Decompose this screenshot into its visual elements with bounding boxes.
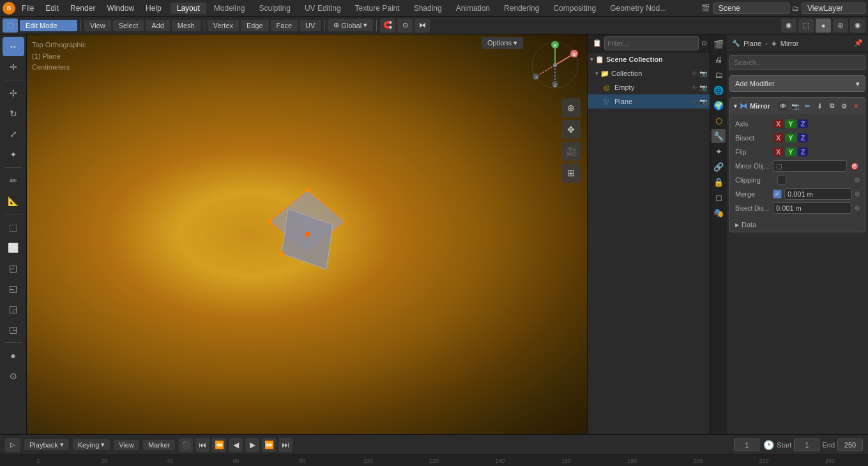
smooth-btn[interactable]: ● <box>3 346 24 365</box>
tab-object-props[interactable]: ⬡ <box>712 114 726 128</box>
vertex-menu[interactable]: Vertex <box>208 20 239 31</box>
tab-compositing[interactable]: Compositing <box>547 3 602 14</box>
axis-y-btn[interactable]: Y <box>785 119 796 128</box>
merge-checkbox[interactable] <box>773 190 782 199</box>
add-modifier-btn[interactable]: Add Modifier ▾ <box>729 75 865 92</box>
breadcrumb-pin-btn[interactable]: 📌 <box>854 39 863 47</box>
mod-realtime-icon[interactable]: 👁 <box>778 101 788 111</box>
select-menu[interactable]: Select <box>113 20 144 31</box>
vp-pan-btn[interactable]: ✥ <box>561 120 581 139</box>
menu-help[interactable]: Help <box>141 3 167 14</box>
bisect-dis-field[interactable]: 0.001 m <box>773 202 852 214</box>
frame-end-input[interactable] <box>837 439 863 451</box>
play-back-btn[interactable]: ◀ <box>229 438 243 452</box>
current-frame-input[interactable] <box>734 439 759 451</box>
tab-geometry-nodes[interactable]: Geometry Nod... <box>604 3 673 14</box>
vp-grid-btn[interactable]: ⊞ <box>561 163 581 183</box>
mesh-menu[interactable]: Mesh <box>172 20 201 31</box>
scene-name-input[interactable] <box>713 3 789 14</box>
mod-render-icon[interactable]: 📷 <box>790 101 800 111</box>
bisect-z-btn[interactable]: Z <box>798 133 809 142</box>
flip-x-btn[interactable]: X <box>773 147 784 156</box>
frame-dot[interactable]: ⚫ <box>179 438 193 452</box>
scale-btn[interactable]: ⤢ <box>3 124 24 144</box>
tab-viewlayer-props[interactable]: 🗂 <box>712 68 726 82</box>
uv-menu[interactable]: UV <box>300 20 321 31</box>
plane-view-icon[interactable]: 👁 <box>691 98 697 105</box>
navigation-gizmo[interactable]: Y -X X Z <box>529 40 581 91</box>
scene-collection-row[interactable]: ▾ 📋 Scene Collection <box>588 52 710 66</box>
transform-btn[interactable]: ✦ <box>3 145 24 164</box>
mod-dupe-icon[interactable]: ⧉ <box>826 101 837 111</box>
flip-z-btn[interactable]: Z <box>798 147 809 156</box>
restrict-render-icon[interactable]: 📷 <box>699 70 707 77</box>
menu-window[interactable]: Window <box>102 3 139 14</box>
inset-btn[interactable]: ⬜ <box>3 238 24 257</box>
tab-constraints-props[interactable]: 🔒 <box>712 175 726 189</box>
mirror-obj-picker[interactable]: 🎯 <box>849 161 860 171</box>
jump-start-btn[interactable]: ⏮ <box>195 438 209 452</box>
bisect-x-btn[interactable]: X <box>773 133 784 142</box>
tab-particles-props[interactable]: ✦ <box>712 144 726 158</box>
proportional-btn[interactable]: ⊙ <box>397 19 413 33</box>
edge-menu[interactable]: Edge <box>241 20 269 31</box>
vp-zoom-btn[interactable]: ⊕ <box>561 98 581 117</box>
view-layer-input[interactable] <box>802 3 865 14</box>
overlay-btn[interactable]: ◉ <box>781 19 796 33</box>
mod-apply-icon[interactable]: ⬇ <box>814 101 825 111</box>
step-forward-btn[interactable]: ⏩ <box>262 438 276 452</box>
menu-edit[interactable]: Edit <box>40 3 64 14</box>
tab-scene-props[interactable]: 🌐 <box>712 83 726 97</box>
modifier-search[interactable] <box>729 55 865 70</box>
shading-solid-btn[interactable]: ● <box>816 19 831 33</box>
axis-x-btn[interactable]: X <box>773 119 784 128</box>
plane-row[interactable]: ▽ Plane 👁 📷 <box>588 94 710 109</box>
measure-btn[interactable]: 📐 <box>3 192 24 211</box>
shading-render-btn[interactable]: ◉ <box>850 19 865 33</box>
menu-file[interactable]: File <box>17 3 39 14</box>
tab-modeling[interactable]: Modeling <box>208 3 252 14</box>
frame-start-input[interactable] <box>794 439 819 451</box>
bisect-y-btn[interactable]: Y <box>785 133 796 142</box>
transform-dropdown[interactable]: ⊕Global▾ <box>328 19 373 31</box>
menu-render[interactable]: Render <box>65 3 100 14</box>
cursor-btn[interactable]: ✛ <box>3 57 24 77</box>
playback-dropdown[interactable]: Playback ▾ <box>24 439 69 450</box>
tab-modifier-props[interactable]: 🔧 <box>712 129 726 143</box>
empty-row[interactable]: ◎ Empty 👁 📷 <box>588 80 710 94</box>
shading-wire-btn[interactable]: ⬚ <box>798 19 814 33</box>
mod-delete-icon[interactable]: ✕ <box>851 101 861 111</box>
vp-camera-btn[interactable]: 🎥 <box>561 142 581 161</box>
timeline-icon[interactable]: ▷ <box>5 438 20 452</box>
tab-world-props[interactable]: 🌍 <box>712 98 726 112</box>
play-forward-btn[interactable]: ▶ <box>245 438 259 452</box>
tab-animation[interactable]: Animation <box>450 3 496 14</box>
tab-texture-paint[interactable]: Texture Paint <box>349 3 406 14</box>
options-dropdown[interactable]: Options ▾ <box>482 37 523 49</box>
mirror-btn[interactable]: ⧓ <box>415 19 430 33</box>
keying-dropdown[interactable]: Keying ▾ <box>73 439 110 450</box>
outliner-filter-icon[interactable]: ⊙ <box>701 39 707 47</box>
mode-dropdown[interactable]: Edit Mode <box>20 20 77 31</box>
jump-end-btn[interactable]: ⏭ <box>278 438 293 452</box>
select-box-btn[interactable]: ↔ <box>3 37 24 56</box>
face-menu[interactable]: Face <box>271 20 298 31</box>
viewport-icon[interactable]: ⬚ <box>3 19 18 33</box>
breadcrumb-plane[interactable]: Plane <box>743 40 761 47</box>
timeline-row[interactable]: 1 20 40 60 80 100 120 140 160 180 200 22… <box>0 455 868 466</box>
uv-tool-btn[interactable]: ⊙ <box>3 366 24 386</box>
view-menu[interactable]: View <box>84 20 111 31</box>
bevel-btn[interactable]: ◱ <box>3 279 24 298</box>
tab-physics-props[interactable]: 🔗 <box>712 160 726 174</box>
tab-render-props[interactable]: 🎬 <box>712 37 726 51</box>
annotate-btn[interactable]: ✏ <box>3 171 24 190</box>
tab-uv-editing[interactable]: UV Editing <box>298 3 347 14</box>
plane-render-icon[interactable]: 📷 <box>699 98 707 105</box>
mod-settings-icon[interactable]: ⚙ <box>839 101 849 111</box>
viewport-main[interactable]: Top Orthographic (1) Plane Centimeters <box>27 34 587 434</box>
clipping-checkbox[interactable] <box>777 176 786 184</box>
flip-y-btn[interactable]: Y <box>785 147 796 156</box>
blender-logo[interactable]: B <box>3 2 15 15</box>
shading-mat-btn[interactable]: ◎ <box>833 19 848 33</box>
rotate-btn[interactable]: ↻ <box>3 104 24 123</box>
